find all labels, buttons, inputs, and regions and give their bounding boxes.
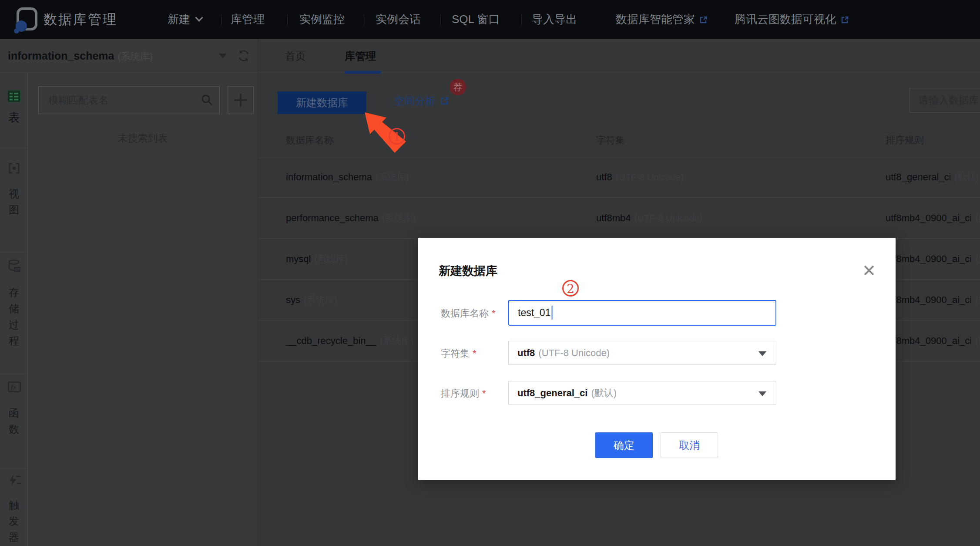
nav-item-instance-monitor[interactable]: 实例监控 xyxy=(299,0,345,39)
nav-item-db-management[interactable]: 库管理 xyxy=(231,0,265,39)
database-filter-input[interactable]: 请输入数据库 xyxy=(910,88,980,113)
nav-item-tcv[interactable]: 腾讯云图数据可视化 xyxy=(735,0,849,40)
annotation-step-2: 2 xyxy=(562,280,579,297)
charset-value: utf8 xyxy=(517,347,535,358)
trigger-icon[interactable] xyxy=(8,474,21,488)
db-collation-note: (默认) xyxy=(975,213,980,223)
db-collation: utf8_general_ci xyxy=(886,172,951,182)
nav-divider xyxy=(440,14,441,25)
tab-db-management[interactable]: 库管理 xyxy=(345,39,376,73)
empty-tree-message: 未搜索到表 xyxy=(28,131,258,145)
column-header-collation: 排序规则 xyxy=(886,134,924,147)
app-root: 数据库管理 新建 库管理 实例监控 实例会话 SQL 窗口 导入导出 数据库智能… xyxy=(0,0,980,546)
db-collation: utf8mb4_0900_ai_ci xyxy=(886,294,972,305)
db-collation: utf8mb4_0900_ai_ci xyxy=(886,335,972,346)
external-link-icon xyxy=(440,96,449,108)
tab-home[interactable]: 首页 xyxy=(285,39,306,73)
rail-separator xyxy=(0,148,28,148)
table-row[interactable]: information_schema(系统库) utf8(UTF-8 Unico… xyxy=(258,157,980,198)
database-filter-placeholder: 请输入数据库 xyxy=(919,88,979,112)
dropdown-caret-icon xyxy=(758,351,766,356)
confirm-button[interactable]: 确定 xyxy=(595,432,653,458)
tab-bar: 首页 库管理 xyxy=(258,39,980,73)
db-collation-note: (默认) xyxy=(975,254,980,264)
field-label-collation: 排序规则 xyxy=(441,387,486,400)
db-note: (系统库) xyxy=(376,172,409,182)
database-selector[interactable]: information_schema(系统库) xyxy=(0,39,258,73)
db-collation-note: (默认) xyxy=(954,172,979,182)
column-header-charset: 字符集 xyxy=(596,134,625,147)
close-icon[interactable] xyxy=(863,264,876,277)
field-label-charset: 字符集 xyxy=(441,347,477,360)
tables-icon[interactable] xyxy=(7,90,20,104)
db-note: (系统库) xyxy=(304,295,337,305)
collation-note: (默认) xyxy=(591,388,617,398)
collation-value: utf8_general_ci xyxy=(517,388,587,398)
field-label-db-name: 数据库名称 xyxy=(441,307,496,320)
recommend-badge: 荐 xyxy=(450,79,466,95)
db-charset: utf8 xyxy=(596,172,612,182)
nav-divider xyxy=(364,14,364,25)
db-note: (系统库) xyxy=(382,213,416,223)
selected-database-note: (系统库) xyxy=(118,51,153,62)
top-navbar: 数据库管理 新建 库管理 实例监控 实例会话 SQL 窗口 导入导出 数据库智能… xyxy=(0,0,980,39)
db-name: information_schema xyxy=(286,172,372,182)
nav-item-import-export[interactable]: 导入导出 xyxy=(532,0,577,39)
db-name-input[interactable]: test_01 xyxy=(508,300,776,326)
db-collation: utf8mb4_0900_ai_ci xyxy=(886,212,972,223)
rail-item-views[interactable]: 视图 xyxy=(7,185,20,218)
views-icon[interactable] xyxy=(8,162,20,176)
nav-item-instance-session[interactable]: 实例会话 xyxy=(376,0,421,39)
nav-item-dbbrain[interactable]: 数据库智能管家 xyxy=(616,0,707,40)
svg-text:SP: SP xyxy=(15,267,20,272)
search-icon[interactable] xyxy=(201,94,213,108)
cancel-button[interactable]: 取消 xyxy=(661,432,718,458)
rail-item-triggers[interactable]: 触发器 xyxy=(7,497,20,545)
svg-text:fx: fx xyxy=(11,384,17,391)
nav-divider xyxy=(521,14,522,25)
chevron-down-icon xyxy=(195,13,203,21)
db-note: (系统库) xyxy=(314,254,348,264)
dropdown-caret-icon xyxy=(758,391,766,396)
add-table-button[interactable] xyxy=(228,86,254,114)
nav-divider xyxy=(287,14,288,25)
rail-item-stored-procedures[interactable]: 存储过程 xyxy=(7,284,20,349)
nav-divider xyxy=(221,14,222,25)
active-tab-underline xyxy=(345,71,381,74)
db-charset: utf8mb4 xyxy=(596,212,631,223)
app-logo-icon xyxy=(17,7,37,30)
logo-blue-tail xyxy=(14,28,19,34)
db-charset-note: (UTF-8 Unicode) xyxy=(616,172,684,182)
nav-item-sql-window[interactable]: SQL 窗口 xyxy=(452,0,500,39)
function-icon[interactable]: fx xyxy=(8,381,21,394)
refresh-icon[interactable] xyxy=(237,49,250,64)
rail-separator xyxy=(0,374,28,374)
rail-separator xyxy=(0,468,28,468)
plus-icon xyxy=(240,94,242,107)
db-name: __cdb_recycle_bin__ xyxy=(286,335,376,346)
column-header-name: 数据库名称 xyxy=(286,134,334,147)
stored-procedure-icon[interactable]: SP xyxy=(8,260,21,275)
annotation-step-1: 1 xyxy=(389,128,405,145)
charset-select[interactable]: utf8(UTF-8 Unicode) xyxy=(508,341,776,365)
db-collation-note: (默认) xyxy=(975,336,980,346)
table-search-placeholder: 模糊匹配表名 xyxy=(48,87,108,114)
table-row[interactable]: performance_schema(系统库) utf8mb4(UTF-8 Un… xyxy=(258,198,980,239)
external-link-icon xyxy=(841,1,849,40)
dropdown-caret-icon[interactable] xyxy=(219,54,227,58)
db-collation: utf8mb4_0900_ai_ci xyxy=(886,253,972,264)
rail-item-functions[interactable]: 函数 xyxy=(7,405,20,437)
app-title: 数据库管理 xyxy=(44,0,117,39)
table-search-input[interactable]: 模糊匹配表名 xyxy=(38,86,220,114)
collation-select[interactable]: utf8_general_ci(默认) xyxy=(508,381,776,405)
db-collation-note: (默认) xyxy=(975,295,980,305)
db-note: (系统库) xyxy=(380,336,413,346)
create-database-modal: 新建数据库 数据库名称 test_01 字符集 utf8(UTF-8 Unico… xyxy=(418,238,896,480)
db-name: mysql xyxy=(286,253,311,264)
nav-item-create[interactable]: 新建 xyxy=(168,0,202,39)
modal-title: 新建数据库 xyxy=(439,263,497,279)
rail-item-tables[interactable]: 表 xyxy=(7,110,20,126)
text-cursor xyxy=(551,306,553,320)
object-type-rail: 表 视图 SP 存储过程 fx 函数 触发器 xyxy=(0,73,28,546)
db-name-value: test_01 xyxy=(518,307,550,318)
